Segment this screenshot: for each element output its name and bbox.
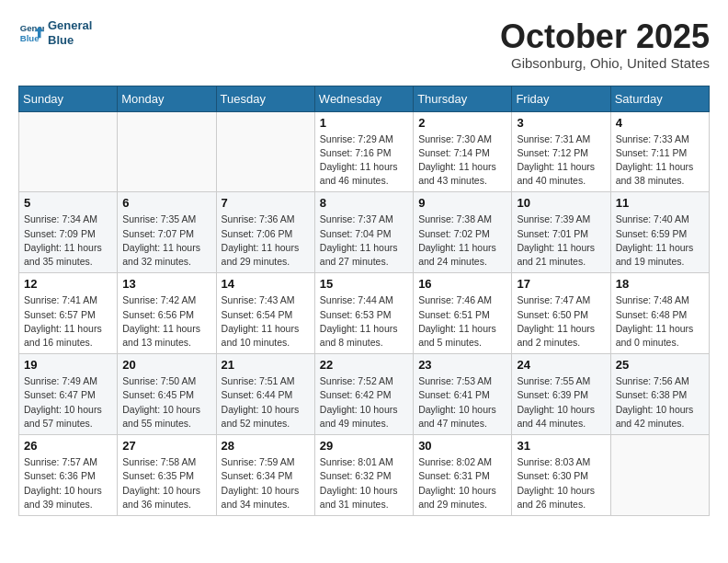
day-number: 17 (517, 277, 605, 291)
day-cell: 15Sunrise: 7:44 AM Sunset: 6:53 PM Dayli… (314, 273, 413, 354)
day-number: 9 (418, 196, 506, 210)
day-info: Sunrise: 7:40 AM Sunset: 6:59 PM Dayligh… (616, 213, 704, 269)
day-info: Sunrise: 7:48 AM Sunset: 6:48 PM Dayligh… (616, 293, 704, 350)
title-block: October 2025 Gibsonburg, Ohio, United St… (500, 18, 710, 71)
day-number: 18 (616, 277, 704, 291)
day-cell: 16Sunrise: 7:46 AM Sunset: 6:51 PM Dayli… (414, 273, 512, 354)
day-number: 16 (418, 277, 506, 291)
day-cell: 20Sunrise: 7:50 AM Sunset: 6:45 PM Dayli… (118, 354, 216, 435)
col-header-thursday: Thursday (414, 86, 512, 111)
day-number: 26 (24, 439, 112, 453)
calendar-table: SundayMondayTuesdayWednesdayThursdayFrid… (18, 86, 710, 516)
day-cell: 1Sunrise: 7:29 AM Sunset: 7:16 PM Daylig… (314, 111, 413, 192)
week-row-2: 5Sunrise: 7:34 AM Sunset: 7:09 PM Daylig… (19, 192, 710, 273)
day-info: Sunrise: 7:35 AM Sunset: 7:07 PM Dayligh… (122, 213, 210, 269)
day-cell: 31Sunrise: 8:03 AM Sunset: 6:30 PM Dayli… (512, 435, 610, 516)
day-number: 10 (517, 196, 605, 210)
day-info: Sunrise: 7:29 AM Sunset: 7:16 PM Dayligh… (320, 132, 408, 189)
location: Gibsonburg, Ohio, United States (500, 55, 710, 71)
logo: General Blue General Blue (18, 18, 92, 47)
day-number: 11 (616, 196, 704, 210)
day-info: Sunrise: 7:58 AM Sunset: 6:35 PM Dayligh… (122, 455, 210, 511)
day-info: Sunrise: 7:38 AM Sunset: 7:02 PM Dayligh… (418, 213, 506, 269)
day-cell: 11Sunrise: 7:40 AM Sunset: 6:59 PM Dayli… (610, 192, 709, 273)
day-number: 5 (24, 196, 112, 210)
day-cell: 10Sunrise: 7:39 AM Sunset: 7:01 PM Dayli… (512, 192, 610, 273)
day-number: 24 (517, 358, 605, 372)
day-info: Sunrise: 7:50 AM Sunset: 6:45 PM Dayligh… (122, 374, 210, 431)
day-cell (19, 111, 118, 192)
day-number: 21 (222, 358, 310, 372)
col-header-sunday: Sunday (19, 86, 118, 111)
calendar-body: 1Sunrise: 7:29 AM Sunset: 7:16 PM Daylig… (19, 111, 710, 515)
day-info: Sunrise: 7:43 AM Sunset: 6:54 PM Dayligh… (222, 293, 310, 350)
svg-text:Blue: Blue (20, 32, 40, 42)
day-number: 7 (222, 196, 310, 210)
day-number: 3 (517, 116, 605, 130)
day-cell: 9Sunrise: 7:38 AM Sunset: 7:02 PM Daylig… (414, 192, 512, 273)
logo-line1: General (48, 18, 92, 32)
day-number: 2 (418, 116, 506, 130)
day-cell: 18Sunrise: 7:48 AM Sunset: 6:48 PM Dayli… (610, 273, 709, 354)
day-cell: 27Sunrise: 7:58 AM Sunset: 6:35 PM Dayli… (118, 435, 216, 516)
day-cell: 5Sunrise: 7:34 AM Sunset: 7:09 PM Daylig… (19, 192, 118, 273)
day-number: 12 (24, 277, 112, 291)
day-cell (216, 111, 314, 192)
col-header-saturday: Saturday (610, 86, 709, 111)
day-info: Sunrise: 7:56 AM Sunset: 6:38 PM Dayligh… (616, 374, 704, 431)
calendar-header: SundayMondayTuesdayWednesdayThursdayFrid… (19, 86, 710, 111)
day-cell: 3Sunrise: 7:31 AM Sunset: 7:12 PM Daylig… (512, 111, 610, 192)
day-number: 14 (222, 277, 310, 291)
day-number: 28 (222, 439, 310, 453)
day-cell: 28Sunrise: 7:59 AM Sunset: 6:34 PM Dayli… (216, 435, 314, 516)
day-cell: 4Sunrise: 7:33 AM Sunset: 7:11 PM Daylig… (610, 111, 709, 192)
day-number: 23 (418, 358, 506, 372)
day-info: Sunrise: 7:49 AM Sunset: 6:47 PM Dayligh… (24, 374, 112, 431)
col-header-monday: Monday (118, 86, 216, 111)
day-info: Sunrise: 7:59 AM Sunset: 6:34 PM Dayligh… (222, 455, 310, 511)
day-number: 29 (320, 439, 408, 453)
day-info: Sunrise: 7:36 AM Sunset: 7:06 PM Dayligh… (222, 213, 310, 269)
day-cell: 29Sunrise: 8:01 AM Sunset: 6:32 PM Dayli… (314, 435, 413, 516)
day-cell: 24Sunrise: 7:55 AM Sunset: 6:39 PM Dayli… (512, 354, 610, 435)
day-info: Sunrise: 8:02 AM Sunset: 6:31 PM Dayligh… (418, 455, 506, 511)
day-info: Sunrise: 7:51 AM Sunset: 6:44 PM Dayligh… (222, 374, 310, 431)
day-info: Sunrise: 7:44 AM Sunset: 6:53 PM Dayligh… (320, 293, 408, 350)
day-number: 31 (517, 439, 605, 453)
day-info: Sunrise: 7:47 AM Sunset: 6:50 PM Dayligh… (517, 293, 605, 350)
day-info: Sunrise: 7:31 AM Sunset: 7:12 PM Dayligh… (517, 132, 605, 189)
week-row-5: 26Sunrise: 7:57 AM Sunset: 6:36 PM Dayli… (19, 435, 710, 516)
day-info: Sunrise: 7:53 AM Sunset: 6:41 PM Dayligh… (418, 374, 506, 431)
day-info: Sunrise: 8:01 AM Sunset: 6:32 PM Dayligh… (320, 455, 408, 511)
day-cell: 25Sunrise: 7:56 AM Sunset: 6:38 PM Dayli… (610, 354, 709, 435)
logo-text: General Blue (48, 18, 92, 47)
day-cell: 21Sunrise: 7:51 AM Sunset: 6:44 PM Dayli… (216, 354, 314, 435)
day-cell: 19Sunrise: 7:49 AM Sunset: 6:47 PM Dayli… (19, 354, 118, 435)
day-info: Sunrise: 7:37 AM Sunset: 7:04 PM Dayligh… (320, 213, 408, 269)
week-row-4: 19Sunrise: 7:49 AM Sunset: 6:47 PM Dayli… (19, 354, 710, 435)
month-title: October 2025 (500, 18, 710, 55)
day-number: 30 (418, 439, 506, 453)
col-header-tuesday: Tuesday (216, 86, 314, 111)
day-cell: 22Sunrise: 7:52 AM Sunset: 6:42 PM Dayli… (314, 354, 413, 435)
day-cell: 7Sunrise: 7:36 AM Sunset: 7:06 PM Daylig… (216, 192, 314, 273)
day-info: Sunrise: 8:03 AM Sunset: 6:30 PM Dayligh… (517, 455, 605, 511)
week-row-3: 12Sunrise: 7:41 AM Sunset: 6:57 PM Dayli… (19, 273, 710, 354)
week-row-1: 1Sunrise: 7:29 AM Sunset: 7:16 PM Daylig… (19, 111, 710, 192)
day-cell: 14Sunrise: 7:43 AM Sunset: 6:54 PM Dayli… (216, 273, 314, 354)
page-header: General Blue General Blue October 2025 G… (18, 18, 710, 71)
day-info: Sunrise: 7:42 AM Sunset: 6:56 PM Dayligh… (122, 293, 210, 350)
day-number: 25 (616, 358, 704, 372)
day-info: Sunrise: 7:57 AM Sunset: 6:36 PM Dayligh… (24, 455, 112, 511)
day-info: Sunrise: 7:33 AM Sunset: 7:11 PM Dayligh… (616, 132, 704, 189)
day-number: 6 (122, 196, 210, 210)
day-cell: 6Sunrise: 7:35 AM Sunset: 7:07 PM Daylig… (118, 192, 216, 273)
logo-line2: Blue (48, 33, 74, 47)
day-cell: 23Sunrise: 7:53 AM Sunset: 6:41 PM Dayli… (414, 354, 512, 435)
day-cell: 12Sunrise: 7:41 AM Sunset: 6:57 PM Dayli… (19, 273, 118, 354)
day-number: 13 (122, 277, 210, 291)
day-number: 15 (320, 277, 408, 291)
logo-icon: General Blue (18, 20, 44, 46)
day-number: 4 (616, 116, 704, 130)
day-cell (610, 435, 709, 516)
